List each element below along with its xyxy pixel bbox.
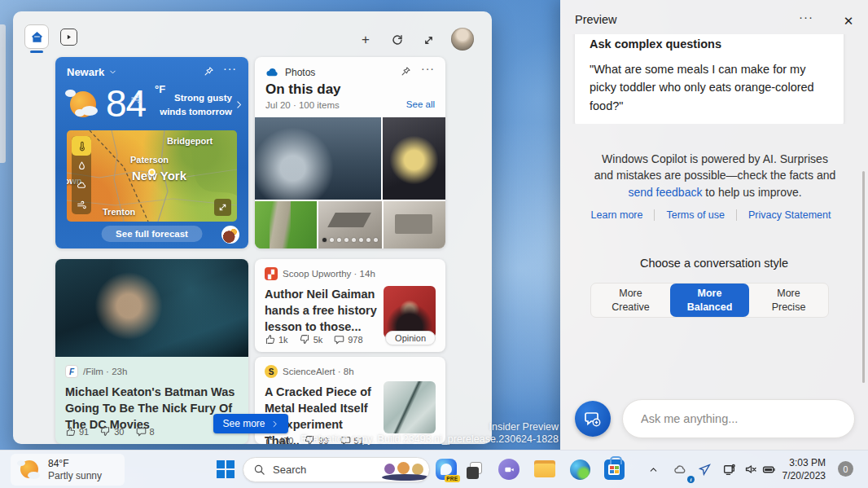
photo-thumbnail-laptop-2[interactable] bbox=[384, 201, 445, 248]
partly-sunny-icon bbox=[64, 88, 103, 121]
map-temperature-layer-button[interactable] bbox=[72, 136, 91, 156]
taskbar-chat-button[interactable] bbox=[497, 457, 521, 481]
thumbs-down-icon bbox=[305, 435, 315, 444]
photos-app-label: Photos bbox=[285, 67, 315, 78]
video-camera-icon bbox=[503, 464, 515, 476]
style-more-precise-button[interactable]: More Precise bbox=[749, 284, 828, 317]
style-more-balanced-button[interactable]: More Balanced bbox=[670, 284, 749, 317]
map-layer-toolbar bbox=[72, 136, 91, 214]
page-dot[interactable] bbox=[352, 238, 356, 242]
weather-widget[interactable]: Newark ··· 84 °F Strong gusty winds tomo… bbox=[55, 57, 248, 248]
photo-thumbnail-storm[interactable] bbox=[255, 117, 381, 200]
pin-icon[interactable] bbox=[401, 66, 411, 77]
search-label: Search bbox=[273, 464, 306, 476]
weather-app-logo[interactable] bbox=[221, 226, 239, 244]
page-dot[interactable] bbox=[366, 238, 370, 242]
page-dot[interactable] bbox=[344, 238, 349, 242]
page-dot[interactable] bbox=[359, 238, 363, 242]
task-view-button[interactable] bbox=[462, 457, 487, 481]
map-label: Trenton bbox=[103, 207, 135, 217]
article-source-row: ▞ Scoop Upworthy · 14h bbox=[265, 267, 436, 280]
start-button[interactable] bbox=[213, 457, 238, 481]
expand-button[interactable] bbox=[418, 29, 439, 51]
edge-browser-button[interactable] bbox=[568, 457, 592, 481]
conversation-style-title: Choose a conversation style bbox=[560, 257, 868, 270]
terms-of-use-link[interactable]: Terms of use bbox=[666, 209, 725, 221]
monitor-icon bbox=[722, 463, 736, 477]
photo-thumbnail-cocktail[interactable] bbox=[383, 117, 445, 200]
learn-more-link[interactable]: Learn more bbox=[591, 209, 643, 221]
comment-icon bbox=[340, 435, 351, 444]
weather-location-button[interactable]: Newark bbox=[67, 66, 117, 78]
copilot-scrollbar[interactable] bbox=[862, 171, 865, 383]
pin-icon[interactable] bbox=[204, 66, 214, 77]
photos-pagination-dots bbox=[322, 238, 378, 242]
dislike-button[interactable]: 99 bbox=[305, 435, 328, 444]
send-feedback-link[interactable]: send feedback bbox=[628, 186, 702, 199]
taskbar-search-box[interactable]: Search bbox=[243, 457, 430, 482]
see-more-button[interactable]: See more bbox=[213, 414, 288, 433]
widgets-video-button[interactable] bbox=[60, 29, 77, 46]
like-button[interactable]: 91 bbox=[65, 426, 89, 437]
copilot-close-button[interactable]: ✕ bbox=[839, 11, 858, 31]
battery-tray-button[interactable] bbox=[756, 457, 781, 481]
comment-button[interactable]: 978 bbox=[334, 334, 362, 345]
dislike-button[interactable]: 30 bbox=[100, 426, 124, 437]
see-full-forecast-button[interactable]: See full forecast bbox=[101, 226, 203, 242]
weather-map[interactable]: Bridgeport Paterson New York Trenton All… bbox=[67, 130, 237, 222]
comment-button[interactable]: 8 bbox=[136, 426, 155, 437]
like-button[interactable]: 1k bbox=[265, 334, 288, 345]
photo-thumbnail-grass-path[interactable] bbox=[255, 201, 317, 248]
page-dot[interactable] bbox=[374, 238, 378, 242]
clock-date: 7/20/2023 bbox=[783, 470, 826, 483]
new-chat-button[interactable] bbox=[575, 401, 611, 437]
location-arrow-icon bbox=[698, 463, 712, 477]
like-count: 470 bbox=[278, 436, 293, 445]
add-widget-button[interactable]: + bbox=[355, 29, 376, 51]
map-expand-button[interactable] bbox=[214, 199, 231, 216]
suggestion-title: Ask complex questions bbox=[590, 37, 829, 51]
divider bbox=[654, 209, 655, 221]
user-avatar[interactable] bbox=[451, 28, 474, 51]
location-in-use-indicator[interactable] bbox=[692, 457, 717, 481]
map-cloud-layer-button[interactable] bbox=[72, 175, 91, 195]
photos-more-button[interactable]: ··· bbox=[421, 62, 435, 75]
page-dot[interactable] bbox=[322, 238, 327, 242]
copilot-more-button[interactable]: ··· bbox=[795, 10, 818, 28]
taskbar-copilot-button[interactable]: PRE bbox=[434, 457, 458, 481]
privacy-statement-link[interactable]: Privacy Statement bbox=[748, 209, 831, 221]
chevron-right-icon[interactable] bbox=[234, 99, 244, 110]
map-precipitation-layer-button[interactable] bbox=[72, 156, 91, 175]
photos-see-all-link[interactable]: See all bbox=[406, 99, 435, 109]
file-explorer-button[interactable] bbox=[533, 457, 557, 481]
photo-thumbnail-laptop[interactable] bbox=[318, 201, 382, 248]
windows-logo-icon bbox=[217, 460, 235, 478]
cast-display-tray-button[interactable] bbox=[717, 457, 741, 481]
microsoft-store-button[interactable] bbox=[602, 457, 626, 481]
weather-more-button[interactable]: ··· bbox=[223, 62, 237, 75]
taskbar-clock[interactable]: 3:03 PM 7/20/2023 bbox=[783, 457, 826, 482]
opinion-badge[interactable]: Opinion bbox=[385, 331, 436, 345]
search-icon bbox=[253, 464, 265, 476]
widgets-home-button[interactable] bbox=[24, 24, 49, 49]
taskbar: 84°F Partly sunny Search PRE bbox=[0, 450, 868, 488]
copilot-input[interactable] bbox=[622, 399, 855, 438]
comment-icon bbox=[136, 426, 147, 437]
photos-widget[interactable]: Photos ··· On this day Jul 20 · 100 item… bbox=[255, 57, 445, 248]
comment-count: 51 bbox=[354, 436, 364, 445]
style-more-creative-button[interactable]: More Creative bbox=[591, 284, 670, 317]
comment-icon bbox=[334, 334, 344, 345]
onedrive-tray-button[interactable]: i bbox=[668, 457, 692, 481]
refresh-button[interactable] bbox=[387, 29, 408, 51]
comment-button[interactable]: 51 bbox=[340, 435, 364, 444]
page-dot[interactable] bbox=[330, 238, 334, 242]
dislike-button[interactable]: 5k bbox=[300, 334, 323, 345]
taskbar-weather-button[interactable]: 84°F Partly sunny bbox=[11, 454, 125, 486]
like-button[interactable]: 470 bbox=[265, 435, 293, 444]
page-dot[interactable] bbox=[337, 238, 341, 242]
tray-overflow-button[interactable] bbox=[643, 457, 663, 481]
suggestion-card[interactable]: Ask complex questions "What are some mea… bbox=[575, 34, 844, 124]
notification-count-badge[interactable]: 0 bbox=[838, 461, 853, 477]
news-card-upworthy[interactable]: ▞ Scoop Upworthy · 14h Author Neil Gaima… bbox=[255, 259, 445, 352]
map-wind-layer-button[interactable] bbox=[72, 195, 91, 214]
